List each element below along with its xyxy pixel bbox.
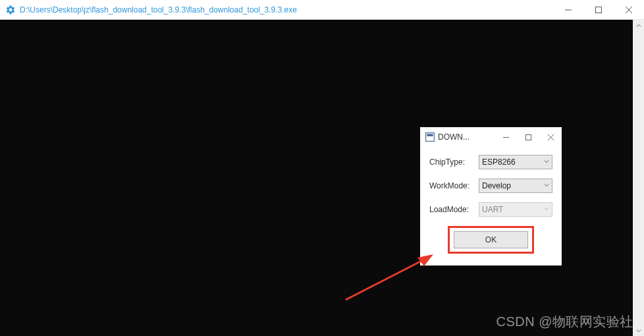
svg-rect-7: [525, 134, 531, 140]
chiptype-label: ChipType:: [429, 157, 479, 167]
workmode-value: Develop: [482, 181, 511, 190]
main-window-controls: [553, 0, 644, 19]
workmode-label: WorkMode:: [429, 181, 479, 190]
vertical-scrollbar[interactable]: [633, 20, 644, 336]
maximize-button[interactable]: [583, 0, 614, 19]
chiptype-value: ESP8266: [482, 157, 516, 167]
scroll-down-icon[interactable]: [633, 325, 644, 336]
download-config-dialog: DOWN... ChipType: ESP8266 WorkMode:: [420, 127, 562, 266]
workmode-select[interactable]: Develop: [479, 179, 552, 193]
chevron-down-icon: [544, 206, 549, 213]
chevron-down-icon: [544, 159, 549, 165]
loadmode-label: LoadMode:: [429, 205, 479, 214]
dialog-body: ChipType: ESP8266 WorkMode: Develop Load…: [420, 147, 562, 262]
scroll-up-icon[interactable]: [633, 20, 644, 31]
main-title: D:\Users\Desktop\jz\flash_download_tool_…: [20, 5, 553, 14]
app-gear-icon: [5, 5, 16, 15]
dialog-app-icon: [425, 132, 435, 142]
svg-rect-5: [427, 134, 433, 136]
svg-rect-1: [596, 7, 602, 13]
dialog-window-controls: [495, 127, 562, 147]
dialog-titlebar: DOWN...: [420, 127, 562, 147]
ok-button-label: OK: [485, 235, 496, 244]
dialog-minimize-button[interactable]: [495, 127, 517, 147]
workmode-row: WorkMode: Develop: [429, 179, 552, 193]
loadmode-row: LoadMode: UART: [429, 202, 552, 217]
main-titlebar: D:\Users\Desktop\jz\flash_download_tool_…: [0, 0, 644, 20]
dialog-close-button[interactable]: [539, 127, 562, 147]
close-button[interactable]: [614, 0, 644, 19]
ok-highlight-box: OK: [448, 226, 534, 254]
scroll-track[interactable]: [633, 31, 644, 325]
chiptype-select[interactable]: ESP8266: [479, 155, 552, 169]
chiptype-row: ChipType: ESP8266: [429, 155, 552, 169]
chevron-down-icon: [544, 182, 549, 189]
minimize-button[interactable]: [553, 0, 583, 19]
dialog-title: DOWN...: [438, 132, 495, 142]
dialog-maximize-button[interactable]: [517, 127, 539, 147]
loadmode-value: UART: [482, 205, 503, 214]
loadmode-select: UART: [479, 202, 552, 217]
ok-button[interactable]: OK: [454, 231, 528, 248]
